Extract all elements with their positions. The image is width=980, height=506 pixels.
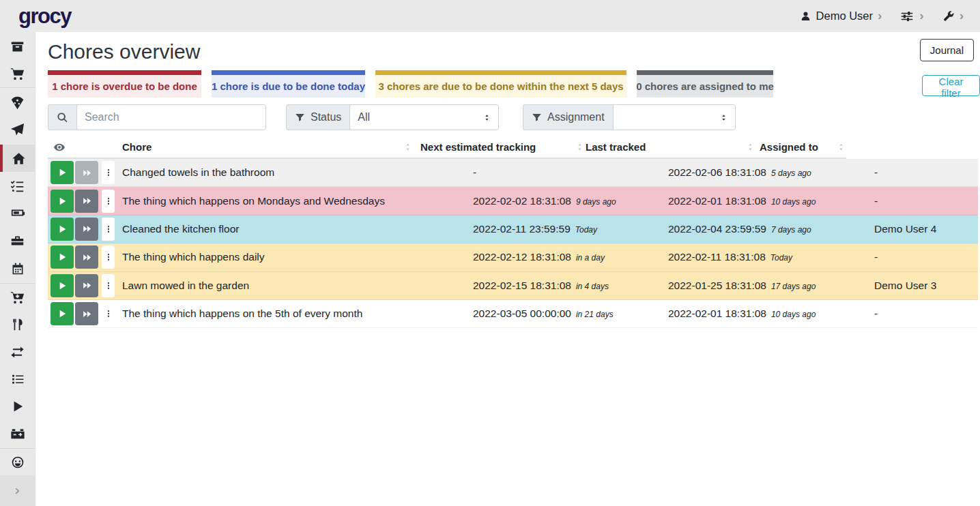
last-tracked-value: 2022-02-01 18:31:08 <box>668 195 766 207</box>
sidebar-item-user[interactable] <box>0 449 35 476</box>
settings-menu[interactable]: › <box>899 9 923 24</box>
sidebar-item-equipment[interactable] <box>0 226 35 254</box>
topbar: grocy Demo User › › › <box>0 0 980 32</box>
wrench-icon <box>942 10 955 23</box>
table-row: Lawn mowed in the garden 2022-02-15 18:3… <box>48 272 978 300</box>
sidebar-item-shopping-list[interactable] <box>0 60 35 87</box>
app-logo[interactable]: grocy <box>18 4 71 29</box>
banner-overdue[interactable]: 1 chore is overdue to be done <box>48 70 201 98</box>
sidebar-item-chores-overview[interactable] <box>0 145 35 172</box>
user-menu-label: Demo User <box>816 10 873 23</box>
sidebar-collapse-toggle[interactable] <box>0 475 35 506</box>
table-row: Cleaned the kitchen floor 2022-02-11 23:… <box>48 215 978 243</box>
assignment-filter-group: Assignment <box>523 104 736 130</box>
more-actions-button[interactable] <box>102 190 115 213</box>
sort-icon[interactable] <box>403 142 412 152</box>
sidebar-item-calendar[interactable] <box>0 255 35 282</box>
last-tracked-relative: 5 days ago <box>771 168 811 178</box>
last-tracked-relative: Today <box>770 253 792 263</box>
more-actions-button[interactable] <box>102 302 115 325</box>
skip-chore-button[interactable] <box>75 245 98 269</box>
assignment-filter-label: Assignment <box>547 111 605 123</box>
assigned-to-value: Demo User 3 <box>874 280 978 292</box>
column-header-last-tracked[interactable]: Last tracked <box>586 136 646 158</box>
sliders-icon <box>899 9 914 24</box>
sidebar-item-chore-tracking[interactable] <box>0 393 35 420</box>
home-icon <box>12 151 26 166</box>
table-header: Chore Next estimated tracking Last track… <box>48 136 846 159</box>
search-input[interactable] <box>76 104 266 130</box>
column-header-chore[interactable]: Chore <box>122 136 152 158</box>
user-menu[interactable]: Demo User › <box>800 10 882 23</box>
column-header-assigned-to[interactable]: Assigned to <box>760 136 818 158</box>
status-select[interactable]: All <box>349 104 499 130</box>
sidebar-item-purchase[interactable] <box>0 284 35 311</box>
sidebar-item-recipes[interactable] <box>0 89 35 116</box>
more-actions-button[interactable] <box>102 274 115 297</box>
table-row: Changed towels in the bathroom - 2022-02… <box>48 159 978 187</box>
eye-icon <box>53 136 66 158</box>
battery-icon <box>10 205 25 220</box>
track-chore-button[interactable] <box>51 245 74 269</box>
track-chore-button[interactable] <box>51 274 74 297</box>
sidebar-item-transfer[interactable] <box>0 338 35 366</box>
shopping-cart-icon <box>10 67 25 81</box>
chore-name: Lawn mowed in the garden <box>122 280 473 292</box>
skip-chore-button[interactable] <box>75 190 98 213</box>
last-tracked-relative: 7 days ago <box>771 225 811 235</box>
sidebar-item-tasks[interactable] <box>0 172 35 199</box>
column-header-next-tracking[interactable]: Next estimated tracking <box>420 136 536 158</box>
next-tracking-value: 2022-02-02 18:31:08 <box>473 195 571 207</box>
track-chore-button[interactable] <box>51 190 74 213</box>
sidebar-item-consume[interactable] <box>0 311 35 338</box>
chore-name: Changed towels in the bathroom <box>122 166 473 179</box>
skip-chore-button <box>75 161 98 184</box>
assigned-to-value: - <box>874 308 978 320</box>
assigned-to-value: - <box>874 166 978 179</box>
track-chore-button[interactable] <box>51 218 74 241</box>
sidebar-item-inventory[interactable] <box>0 366 35 393</box>
track-chore-button[interactable] <box>51 161 74 184</box>
car-battery-icon <box>10 426 25 441</box>
next-tracking-relative: in 4 days <box>576 282 609 291</box>
skip-chore-button[interactable] <box>75 302 98 325</box>
play-icon <box>11 400 25 413</box>
skip-chore-button[interactable] <box>75 218 98 241</box>
pizza-slice-icon <box>10 95 25 110</box>
skip-chore-button[interactable] <box>75 274 98 297</box>
sidebar-item-stock[interactable] <box>0 33 35 60</box>
next-tracking-value: - <box>473 166 476 179</box>
sidebar-item-batteries[interactable] <box>0 199 35 226</box>
cart-plus-icon <box>10 291 25 305</box>
journal-button[interactable]: Journal <box>920 39 974 61</box>
chevron-right-icon: › <box>960 9 964 22</box>
next-tracking-relative: 9 days ago <box>576 197 616 207</box>
next-tracking-value: 2022-02-12 18:31:08 <box>473 251 571 263</box>
sort-icon[interactable] <box>746 142 755 152</box>
banner-due-today[interactable]: 1 chore is due to be done today <box>212 70 365 98</box>
banner-assigned-to-me[interactable]: 0 chores are assigned to me <box>637 70 773 98</box>
chore-name: The thing which happens on Mondays and W… <box>122 195 473 207</box>
banner-due-soon[interactable]: 3 chores are due to be done within the n… <box>375 70 626 98</box>
sidebar-item-battery-tracking[interactable] <box>0 420 35 447</box>
assigned-to-value: - <box>874 195 978 207</box>
calendar-icon <box>11 262 25 276</box>
sort-icon[interactable] <box>837 142 846 152</box>
more-actions-button[interactable] <box>102 245 115 269</box>
table-row: The thing which happens on Mondays and W… <box>48 187 978 215</box>
table-row: The thing which happens on the 5th of ev… <box>48 300 978 328</box>
next-tracking-relative: in a day <box>576 253 605 263</box>
assignment-select[interactable] <box>613 104 736 130</box>
sidebar <box>0 32 35 506</box>
track-chore-button[interactable] <box>51 302 74 325</box>
more-actions-button[interactable] <box>102 161 115 184</box>
chore-name: The thing which happens daily <box>122 251 473 263</box>
chevron-right-icon: › <box>878 9 882 22</box>
status-filter-label: Status <box>311 111 341 123</box>
chore-name: The thing which happens on the 5th of ev… <box>122 308 473 320</box>
admin-menu[interactable]: › <box>942 10 964 23</box>
clear-filter-button[interactable]: Clear filter <box>922 75 980 96</box>
sidebar-item-meal-plan[interactable] <box>0 116 35 143</box>
sort-icon[interactable] <box>575 142 584 152</box>
more-actions-button[interactable] <box>102 218 115 241</box>
